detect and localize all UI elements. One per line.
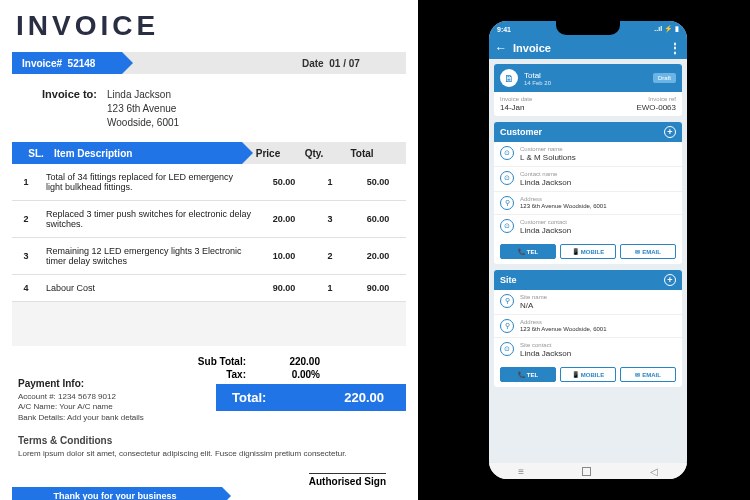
- pin-icon: ⚲: [500, 294, 514, 308]
- invoice-date-chip: Date 01 / 07: [286, 52, 406, 74]
- col-qty: Qty.: [294, 148, 334, 159]
- add-customer-icon[interactable]: +: [664, 126, 676, 138]
- app-content[interactable]: 🗎 Total 14 Feb 20 Draft Invoice date 14-…: [489, 59, 687, 463]
- site-addr: 123 6th Avenue Woodside, 6001: [520, 326, 607, 332]
- customer-buttons: 📞 TEL 📱 MOBILE ✉ EMAIL: [494, 239, 682, 264]
- site-contact-label: Site contact: [520, 342, 571, 348]
- site-contact: Linda Jackson: [520, 349, 571, 358]
- date-value: 01 / 07: [329, 58, 360, 69]
- payment-bank: Bank Details: Add your bank details: [18, 413, 406, 423]
- signature-line: Authorised Sign: [309, 473, 386, 487]
- person-icon: ⊙: [500, 171, 514, 185]
- invoice-document: INVOICE Invoice# 52148 Date 01 / 07 Invo…: [12, 6, 406, 490]
- total-label: Total:: [232, 390, 266, 405]
- mobile-button[interactable]: 📱 MOBILE: [560, 367, 616, 382]
- status-icons: ..ıl ⚡ ▮: [654, 25, 679, 33]
- bill-to-line1: 123 6th Avenue: [107, 102, 179, 116]
- site-title: Site: [500, 275, 517, 285]
- contact-label: Contact name: [520, 171, 571, 177]
- terms-title: Terms & Conditions: [18, 435, 406, 447]
- summary-label: Total: [524, 71, 551, 80]
- back-icon[interactable]: ←: [495, 41, 507, 55]
- total-value: 220.00: [344, 390, 384, 405]
- subtotal-label: Sub Total:: [12, 356, 262, 367]
- status-time: 9:41: [497, 26, 511, 33]
- tel-button[interactable]: 📞 TEL: [500, 367, 556, 382]
- phone-notch: [556, 21, 620, 35]
- document-icon: 🗎: [500, 69, 518, 87]
- pin-icon: ⚲: [500, 319, 514, 333]
- table-blank: [12, 302, 406, 346]
- phone-panel: 9:41 ..ıl ⚡ ▮ ← Invoice ⋮ 🗎 Total 14 Feb…: [418, 0, 750, 500]
- mobile-button[interactable]: 📱 MOBILE: [560, 244, 616, 259]
- invoice-number-chip: Invoice# 52148: [12, 52, 122, 74]
- app-title: Invoice: [513, 42, 551, 54]
- back-nav-icon[interactable]: ◁: [650, 466, 658, 477]
- site-addr-label: Address: [520, 319, 607, 325]
- menu-icon[interactable]: ⋮: [669, 41, 681, 55]
- bill-to-line2: Woodside, 6001: [107, 116, 179, 130]
- bill-to-name: Linda Jackson: [107, 88, 179, 102]
- home-icon[interactable]: [582, 467, 591, 476]
- col-sl: SL.: [22, 148, 50, 159]
- site-name-label: Site name: [520, 294, 547, 300]
- customer-header[interactable]: Customer +: [494, 122, 682, 142]
- summary-card: 🗎 Total 14 Feb 20 Draft Invoice date 14-…: [494, 64, 682, 116]
- person-icon: ⊙: [500, 146, 514, 160]
- pin-icon: ⚲: [500, 196, 514, 210]
- invoice-title: INVOICE: [16, 10, 406, 42]
- add-site-icon[interactable]: +: [664, 274, 676, 286]
- phone-frame: 9:41 ..ıl ⚡ ▮ ← Invoice ⋮ 🗎 Total 14 Feb…: [482, 14, 694, 486]
- summary-date: 14 Feb 20: [524, 80, 551, 86]
- table-body: 1Total of 34 fittings replaced for LED e…: [12, 164, 406, 302]
- table-header: SL. Item Description Price Qty. Total: [12, 142, 406, 164]
- cc-name: Linda Jackson: [520, 226, 571, 235]
- thanks-text: Thank you for your business: [12, 487, 222, 500]
- subtotal-value: 220.00: [262, 356, 342, 367]
- site-buttons: 📞 TEL 📱 MOBILE ✉ EMAIL: [494, 362, 682, 387]
- footer-bar: Thank you for your business: [12, 487, 406, 500]
- site-card: Site + ⚲Site nameN/A ⚲Address123 6th Ave…: [494, 270, 682, 387]
- header-bar: Invoice# 52148 Date 01 / 07: [12, 52, 406, 74]
- col-desc: Item Description: [50, 148, 242, 159]
- invoice-label: Invoice#: [22, 58, 62, 69]
- col-total: Total: [334, 148, 390, 159]
- email-button[interactable]: ✉ EMAIL: [620, 244, 676, 259]
- subtotal-row: Sub Total: 220.00: [12, 356, 406, 367]
- terms: Terms & Conditions Lorem ipsum dolor sit…: [18, 435, 406, 459]
- bill-to-label: Invoice to:: [42, 88, 97, 130]
- inv-ref: EWO-0063: [588, 103, 676, 112]
- terms-text: Lorem ipsum dolor sit amet, consectetur …: [18, 449, 406, 459]
- site-header[interactable]: Site +: [494, 270, 682, 290]
- inv-date-label: Invoice date: [500, 96, 588, 102]
- bill-to: Invoice to: Linda Jackson 123 6th Avenue…: [42, 88, 406, 130]
- customer-card: Customer + ⊙Customer nameL & M Solutions…: [494, 122, 682, 264]
- tel-button[interactable]: 📞 TEL: [500, 244, 556, 259]
- table-row: 3Remaining 12 LED emergency lights 3 Ele…: [12, 238, 406, 275]
- cust-addr: 123 6th Avenue Woodside, 6001: [520, 203, 607, 209]
- table-row: 4Labour Cost90.00190.00: [12, 275, 406, 302]
- invoice-number: 52148: [68, 58, 96, 69]
- android-navbar: ≡ ◁: [489, 463, 687, 479]
- inv-date: 14-Jan: [500, 103, 588, 112]
- person-icon: ⊙: [500, 342, 514, 356]
- site-name: N/A: [520, 301, 547, 310]
- phone-screen: 9:41 ..ıl ⚡ ▮ ← Invoice ⋮ 🗎 Total 14 Feb…: [489, 21, 687, 479]
- inv-ref-label: Invoice ref: [588, 96, 676, 102]
- status-badge: Draft: [653, 73, 676, 83]
- date-label: Date: [302, 58, 324, 69]
- table-row: 1Total of 34 fittings replaced for LED e…: [12, 164, 406, 201]
- recent-icon[interactable]: ≡: [518, 466, 524, 477]
- contact-name: Linda Jackson: [520, 178, 571, 187]
- app-bar: ← Invoice ⋮: [489, 37, 687, 59]
- customer-title: Customer: [500, 127, 542, 137]
- addr-label: Address: [520, 196, 607, 202]
- cc-label: Customer contact: [520, 219, 571, 225]
- table-row: 2Replaced 3 timer push switches for elec…: [12, 201, 406, 238]
- cust-name-label: Customer name: [520, 146, 576, 152]
- email-button[interactable]: ✉ EMAIL: [620, 367, 676, 382]
- cust-name: L & M Solutions: [520, 153, 576, 162]
- tax-value: 0.00%: [262, 369, 342, 380]
- person-icon: ⊙: [500, 219, 514, 233]
